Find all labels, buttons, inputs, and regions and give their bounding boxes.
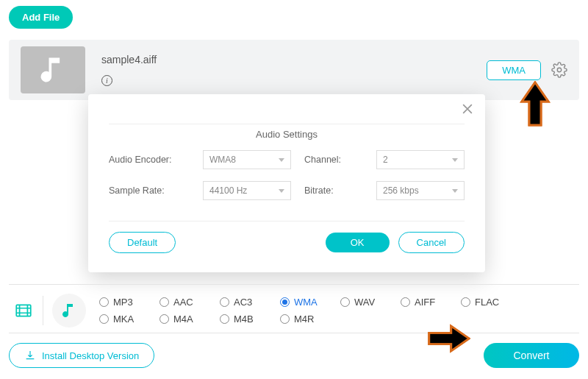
format-badge[interactable]: WMA <box>487 60 541 80</box>
format-option-aac[interactable]: AAC <box>159 297 220 308</box>
gear-icon[interactable] <box>551 62 567 78</box>
samplerate-label: Sample Rate: <box>109 185 190 196</box>
install-label: Install Desktop Version <box>42 350 139 361</box>
audio-settings-modal: Audio Settings Audio Encoder: WMA8 Chann… <box>88 94 485 272</box>
divider <box>109 221 465 222</box>
svg-rect-1 <box>16 305 31 316</box>
format-label: WMA <box>294 297 318 308</box>
format-label: AIFF <box>415 297 435 308</box>
radio-dot <box>220 297 229 307</box>
chevron-down-icon <box>452 189 458 193</box>
file-meta: sample4.aiff i <box>101 54 487 86</box>
file-name: sample4.aiff <box>101 54 487 65</box>
cancel-button[interactable]: Cancel <box>398 232 465 253</box>
channel-label: Channel: <box>304 155 363 165</box>
radio-dot <box>461 297 470 307</box>
default-button[interactable]: Default <box>109 232 176 253</box>
channel-value: 2 <box>383 155 388 165</box>
music-note-icon <box>37 54 69 86</box>
convert-button[interactable]: Convert <box>484 343 579 368</box>
bitrate-label: Bitrate: <box>304 185 363 196</box>
file-thumbnail <box>21 46 85 93</box>
radio-dot <box>401 297 410 307</box>
format-label: AC3 <box>234 297 252 308</box>
format-option-m4a[interactable]: M4A <box>159 314 220 325</box>
file-row: sample4.aiff i WMA <box>9 40 579 100</box>
format-option-wma[interactable]: WMA <box>280 297 340 308</box>
format-option-wav[interactable]: WAV <box>340 297 401 308</box>
format-option-flac[interactable]: FLAC <box>461 297 521 308</box>
format-label: M4A <box>173 314 193 325</box>
chevron-down-icon <box>279 158 284 162</box>
format-label: M4B <box>234 314 254 325</box>
info-icon[interactable]: i <box>101 75 112 86</box>
format-label: AAC <box>173 297 193 308</box>
annotation-arrow-gear <box>519 81 551 128</box>
radio-dot <box>280 297 290 307</box>
format-option-aiff[interactable]: AIFF <box>401 297 461 308</box>
encoder-select[interactable]: WMA8 <box>203 150 291 169</box>
format-option-m4r[interactable]: M4R <box>280 314 340 325</box>
bitrate-select[interactable]: 256 kbps <box>376 181 465 200</box>
divider <box>9 284 579 285</box>
chevron-down-icon <box>452 158 458 162</box>
radio-dot <box>99 297 109 307</box>
radio-dot <box>340 297 350 307</box>
format-option-ac3[interactable]: AC3 <box>220 297 280 308</box>
chevron-down-icon <box>279 189 284 193</box>
channel-select[interactable]: 2 <box>376 150 465 169</box>
format-option-mka[interactable]: MKA <box>99 314 159 325</box>
radio-dot <box>159 314 169 324</box>
radio-dot <box>220 314 229 324</box>
annotation-arrow-convert <box>426 322 470 355</box>
encoder-label: Audio Encoder: <box>109 155 190 165</box>
ok-button[interactable]: OK <box>326 233 390 252</box>
download-icon <box>24 350 36 361</box>
modal-title: Audio Settings <box>109 129 465 140</box>
divider <box>109 124 465 124</box>
format-option-m4b[interactable]: M4B <box>220 314 280 325</box>
add-file-button[interactable]: Add File <box>9 6 73 29</box>
close-icon[interactable] <box>460 102 475 119</box>
format-option-mp3[interactable]: MP3 <box>99 297 159 308</box>
format-bar: MP3AACAC3WMAWAVAIFFFLACMKAM4AM4BM4R <box>9 290 579 331</box>
radio-dot <box>159 297 169 307</box>
svg-point-0 <box>557 68 562 72</box>
samplerate-select[interactable]: 44100 Hz <box>203 181 291 200</box>
format-label: M4R <box>294 314 314 325</box>
video-mode-icon[interactable] <box>9 301 38 320</box>
install-desktop-button[interactable]: Install Desktop Version <box>9 343 154 368</box>
divider <box>43 296 43 325</box>
format-label: WAV <box>354 297 375 308</box>
samplerate-value: 44100 Hz <box>209 185 247 196</box>
encoder-value: WMA8 <box>209 155 236 165</box>
format-label: FLAC <box>475 297 499 308</box>
bitrate-value: 256 kbps <box>383 185 419 196</box>
divider <box>9 333 579 333</box>
format-label: MP3 <box>113 297 133 308</box>
audio-mode-icon[interactable] <box>52 294 86 327</box>
radio-dot <box>280 314 290 324</box>
format-label: MKA <box>113 314 134 325</box>
radio-dot <box>99 314 109 324</box>
